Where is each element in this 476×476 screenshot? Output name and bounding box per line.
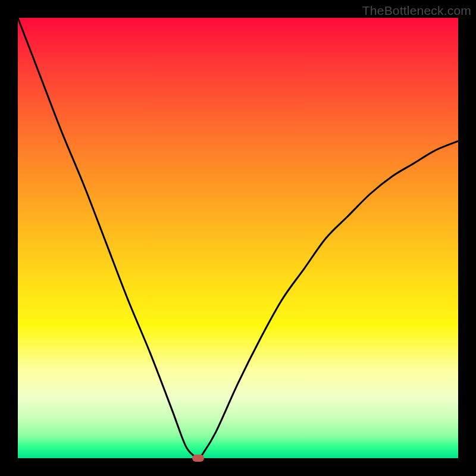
chart-frame: TheBottleneck.com: [0, 0, 476, 476]
plot-area: [18, 18, 458, 458]
watermark-text: TheBottleneck.com: [362, 4, 471, 18]
minimum-marker: [192, 455, 204, 462]
bottleneck-curve: [18, 18, 458, 458]
